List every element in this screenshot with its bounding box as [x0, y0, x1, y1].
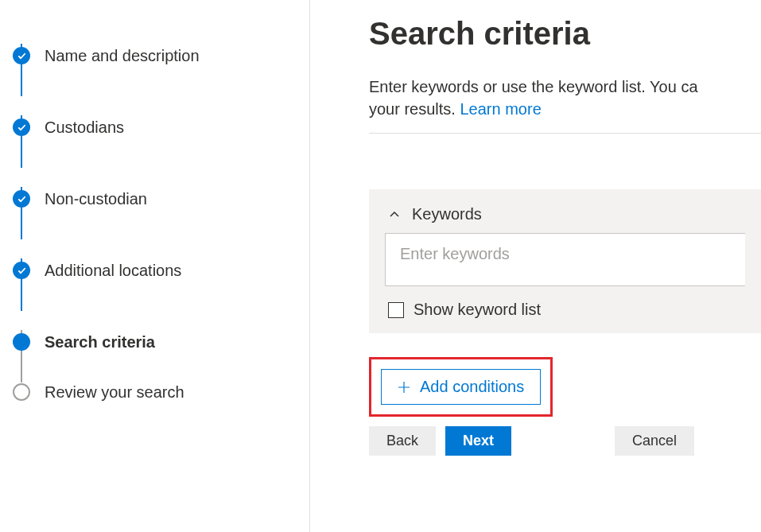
page-description: Enter keywords or use the keyword list. …: [369, 76, 761, 120]
step-search-criteria[interactable]: Search criteria: [8, 306, 309, 378]
step-label: Review your search: [45, 383, 184, 402]
cancel-button[interactable]: Cancel: [615, 426, 694, 456]
step-name-description[interactable]: Name and description: [8, 20, 309, 91]
current-step-icon: [13, 333, 30, 351]
chevron-up-icon: [388, 208, 401, 221]
check-icon: [13, 190, 30, 208]
page-title: Search criteria: [369, 16, 761, 52]
wizard-step-sidebar: Name and description Custodians: [0, 0, 310, 532]
add-conditions-highlight: Add conditions: [369, 357, 553, 417]
step-additional-locations[interactable]: Additional locations: [8, 235, 309, 306]
step-label: Custodians: [45, 118, 124, 137]
checkbox-label: Show keyword list: [414, 301, 541, 319]
step-label: Name and description: [45, 47, 200, 65]
back-button[interactable]: Back: [369, 426, 436, 456]
wizard-buttons: Back Next Cancel: [369, 426, 761, 456]
check-icon: [13, 118, 30, 136]
keywords-panel: Keywords Enter keywords Show keyword lis…: [369, 189, 761, 333]
main-content: Search criteria Enter keywords or use th…: [310, 0, 761, 532]
pending-step-icon: [13, 383, 30, 401]
checkbox-icon[interactable]: [388, 302, 404, 318]
next-button[interactable]: Next: [445, 426, 511, 456]
learn-more-link[interactable]: Learn more: [460, 100, 541, 118]
add-conditions-button[interactable]: Add conditions: [381, 369, 541, 405]
keywords-toggle[interactable]: Keywords: [369, 189, 761, 233]
step-label: Non-custodian: [45, 190, 147, 208]
check-icon: [13, 262, 30, 279]
keywords-input[interactable]: Enter keywords: [385, 233, 745, 286]
plus-icon: [398, 381, 410, 394]
check-icon: [13, 47, 30, 64]
keywords-header-text: Keywords: [412, 205, 482, 223]
step-custodians[interactable]: Custodians: [8, 91, 309, 163]
divider: [369, 133, 761, 134]
step-non-custodian[interactable]: Non-custodian: [8, 163, 309, 235]
step-review-search[interactable]: Review your search: [8, 378, 309, 406]
step-label: Search criteria: [45, 333, 155, 351]
step-label: Additional locations: [45, 262, 181, 280]
show-keyword-list-row[interactable]: Show keyword list: [369, 286, 761, 333]
